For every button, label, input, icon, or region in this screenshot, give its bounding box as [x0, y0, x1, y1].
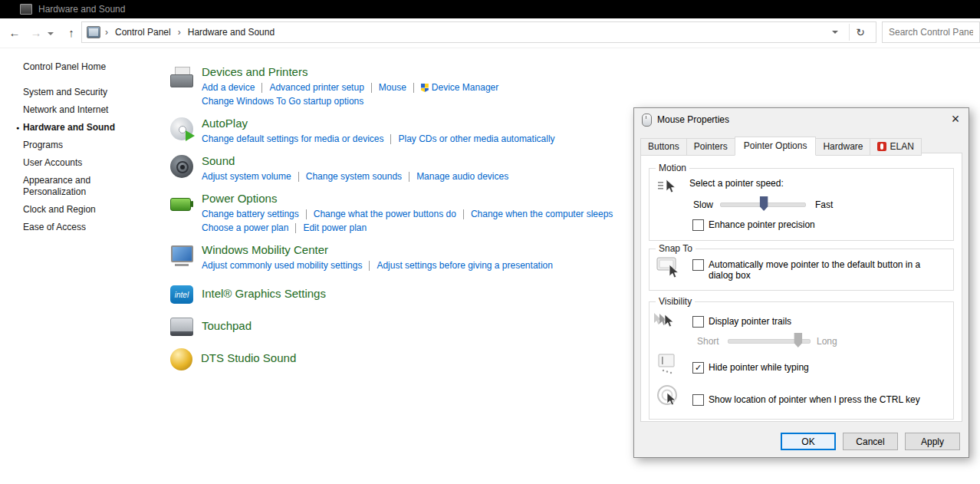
- long-label: Long: [817, 336, 837, 347]
- uac-shield-icon: [421, 84, 429, 92]
- address-dropdown-icon[interactable]: [832, 31, 838, 34]
- enhance-pointer-precision-checkbox[interactable]: Enhance pointer precision: [692, 219, 815, 231]
- short-label: Short: [697, 336, 719, 347]
- sidebar-item-clock-and-region[interactable]: Clock and Region: [0, 204, 157, 216]
- slider-thumb: [794, 333, 802, 347]
- tab-buttons[interactable]: Buttons: [640, 138, 687, 156]
- intel-icon: intel: [170, 285, 193, 304]
- task-link[interactable]: Change when the computer sleeps: [471, 208, 613, 221]
- visibility-legend: Visibility: [656, 296, 695, 307]
- category-title[interactable]: Devices and Printers: [202, 64, 498, 80]
- checkbox-box: [692, 219, 704, 231]
- category-title[interactable]: Power Options: [202, 191, 613, 206]
- category-title[interactable]: DTS Studio Sound: [201, 351, 296, 366]
- sidebar-item-user-accounts[interactable]: User Accounts: [0, 157, 157, 169]
- sidebar-item-label: Ease of Access: [23, 222, 138, 233]
- task-link[interactable]: Edit power plan: [303, 222, 367, 235]
- address-bar[interactable]: › Control Panel › Hardware and Sound ↻: [81, 21, 876, 43]
- sidebar-item-system-and-security[interactable]: System and Security: [0, 87, 157, 98]
- sidebar-item-label: Network and Internet: [23, 104, 138, 116]
- mouse-icon: [642, 114, 652, 127]
- show-pointer-location-checkbox[interactable]: Show location of pointer when I press th…: [692, 394, 920, 406]
- breadcrumb-separator-icon[interactable]: ›: [178, 27, 181, 38]
- breadcrumb-control-panel[interactable]: Control Panel: [113, 25, 173, 39]
- task-link[interactable]: Manage audio devices: [416, 170, 508, 183]
- category-title[interactable]: Touchpad: [202, 318, 252, 334]
- task-link[interactable]: Mouse: [379, 81, 406, 94]
- category-title[interactable]: Intel® Graphics Settings: [202, 286, 326, 301]
- close-icon[interactable]: ×: [945, 110, 965, 128]
- sidebar-item-appearance-and-personalization[interactable]: Appearance and Personalization: [0, 175, 157, 198]
- link-separator: [298, 172, 299, 182]
- display-pointer-trails-checkbox[interactable]: Display pointer trails: [692, 316, 791, 328]
- checkbox-label: Show location of pointer when I press th…: [709, 394, 920, 405]
- task-link[interactable]: Change what the power buttons do: [314, 208, 456, 221]
- task-link[interactable]: Add a device: [202, 81, 255, 94]
- task-link[interactable]: Device Manager: [421, 81, 498, 94]
- search-input[interactable]: [882, 21, 980, 43]
- task-link[interactable]: Change Windows To Go startup options: [202, 95, 363, 108]
- dialog-buttons: OKCancelApply: [781, 433, 960, 450]
- ok-button[interactable]: OK: [781, 433, 836, 450]
- task-link[interactable]: Change default settings for media or dev…: [202, 133, 383, 146]
- window-title: Hardware and Sound: [38, 4, 125, 15]
- pointer-speed-slider[interactable]: [720, 196, 806, 212]
- sidebar-item-network-and-internet[interactable]: Network and Internet: [0, 104, 157, 116]
- tab-elan[interactable]: ELAN: [870, 138, 921, 156]
- link-separator: [306, 209, 307, 219]
- task-link[interactable]: Change system sounds: [306, 170, 402, 183]
- breadcrumb-hardware-and-sound[interactable]: Hardware and Sound: [186, 25, 277, 39]
- apply-button[interactable]: Apply: [905, 433, 960, 450]
- sidebar-item-programs[interactable]: Programs: [0, 140, 157, 151]
- touchpad-icon: [169, 314, 195, 340]
- snap-to-checkbox[interactable]: Automatically move pointer to the defaul…: [692, 259, 922, 281]
- navigation-toolbar: ← → ↑ › Control Panel › Hardware and Sou…: [0, 18, 980, 48]
- task-link[interactable]: Adjust system volume: [202, 170, 291, 183]
- pointer-trails-icon: [653, 311, 685, 333]
- motion-legend: Motion: [656, 163, 689, 173]
- tab-hardware[interactable]: Hardware: [815, 138, 870, 156]
- task-link[interactable]: Adjust commonly used mobility settings: [202, 259, 362, 272]
- link-separator: [413, 83, 414, 93]
- task-link[interactable]: Choose a power plan: [202, 222, 288, 235]
- sidebar-item-label: User Accounts: [23, 157, 138, 169]
- snap-to-group: Snap To Automatically move pointer to th…: [649, 249, 954, 291]
- task-link[interactable]: Change battery settings: [202, 208, 299, 221]
- sidebar-item-label: System and Security: [23, 87, 138, 98]
- category-title[interactable]: Windows Mobility Center: [202, 242, 553, 258]
- breadcrumb-separator-icon[interactable]: ›: [105, 27, 108, 38]
- task-link[interactable]: Adjust settings before giving a presenta…: [377, 259, 552, 272]
- category: Devices and PrintersAdd a deviceAdvanced…: [169, 64, 721, 109]
- recent-pages-dropdown-icon[interactable]: [48, 32, 54, 35]
- hide-pointer-while-typing-checkbox[interactable]: ✓ Hide pointer while typing: [692, 362, 809, 374]
- slider-thumb[interactable]: [760, 196, 768, 211]
- dts-icon: [170, 348, 192, 370]
- tab-pointers[interactable]: Pointers: [686, 138, 735, 156]
- back-icon[interactable]: ←: [6, 25, 23, 41]
- location-icon: [87, 26, 100, 38]
- cancel-button[interactable]: Cancel: [843, 433, 898, 450]
- dialog-titlebar[interactable]: Mouse Properties ×: [634, 108, 968, 131]
- dialog-tabstrip: ButtonsPointersPointer OptionsHardwareEL…: [640, 138, 921, 156]
- sidebar-item-ease-of-access[interactable]: Ease of Access: [0, 222, 157, 233]
- task-link[interactable]: Advanced printer setup: [269, 81, 363, 94]
- sidebar-item-label: Clock and Region: [23, 204, 138, 216]
- ctrl-locate-pointer-icon: [656, 384, 682, 410]
- snap-to-legend: Snap To: [656, 243, 696, 254]
- category-title[interactable]: AutoPlay: [202, 116, 555, 131]
- task-link[interactable]: Play CDs or other media automatically: [398, 133, 554, 146]
- link-separator: [390, 134, 391, 144]
- category-title[interactable]: Sound: [202, 153, 508, 169]
- checkbox-label: Enhance pointer precision: [709, 219, 815, 230]
- link-separator: [261, 83, 262, 93]
- sidebar-item-hardware-and-sound[interactable]: ●Hardware and Sound: [0, 122, 157, 133]
- tab-pointer-options[interactable]: Pointer Options: [735, 137, 817, 156]
- hide-pointer-typing-icon: [657, 353, 680, 376]
- printer-icon: [169, 64, 195, 91]
- forward-icon[interactable]: →: [28, 25, 44, 41]
- icon-text: intel: [170, 285, 193, 304]
- sidebar-item-control-panel-home[interactable]: Control Panel Home: [0, 61, 157, 73]
- refresh-icon[interactable]: ↻: [849, 24, 871, 41]
- window-titlebar: Hardware and Sound: [0, 0, 980, 18]
- up-icon[interactable]: ↑: [63, 25, 80, 41]
